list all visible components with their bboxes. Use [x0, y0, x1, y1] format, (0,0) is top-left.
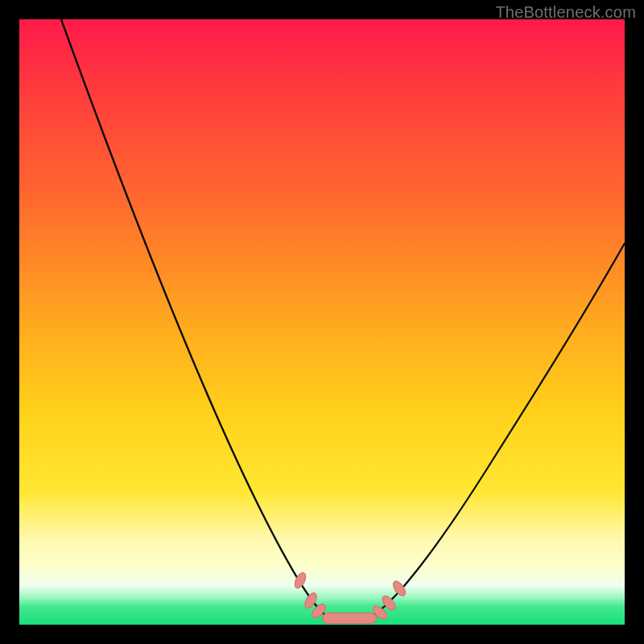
watermark-text: TheBottleneck.com — [495, 3, 636, 22]
curve-plateau-marker — [322, 613, 377, 624]
plot-frame — [19, 19, 625, 625]
bottleneck-curve — [19, 19, 625, 625]
